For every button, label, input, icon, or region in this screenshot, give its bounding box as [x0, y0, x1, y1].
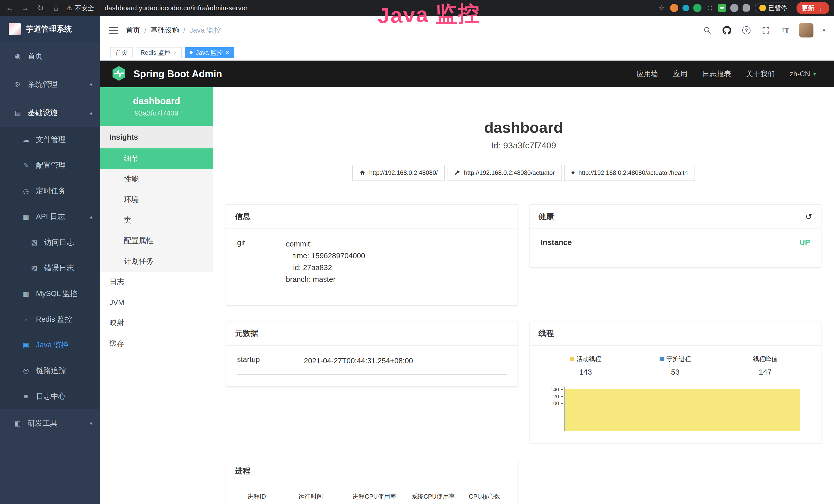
- main-region: 首页 / 基础设施 / Java 监控 ? TT ▾ 首页 Redis 监控 ×: [100, 16, 834, 504]
- breadcrumb-home[interactable]: 首页: [126, 25, 140, 35]
- sidebar-item-system-management[interactable]: ⚙ 系统管理 ▾: [0, 70, 100, 98]
- sba-header: Spring Boot Admin 应用墙 应用 日志报表 关于我们 zh-CN…: [100, 61, 834, 87]
- sidebar-item-label: API 日志: [36, 211, 65, 222]
- layers-icon: ▫: [22, 316, 30, 323]
- chevron-down-icon[interactable]: ▾: [823, 27, 825, 33]
- dashboard-icon: ◉: [13, 52, 22, 60]
- warning-icon: ⚠: [66, 4, 72, 12]
- close-icon[interactable]: ×: [226, 50, 229, 55]
- sidebar-item-access-logs[interactable]: ▧ 访问日志: [0, 230, 100, 255]
- sba-menu-environment[interactable]: 环境: [100, 189, 213, 210]
- instance-link-actuator[interactable]: http://192.168.0.2:48080/actuator: [447, 165, 562, 181]
- extension-icon[interactable]: [682, 5, 689, 11]
- extension-icon[interactable]: on: [718, 4, 726, 12]
- sidebar-item-link-tracing[interactable]: ◎ 链路追踪: [0, 358, 100, 384]
- metadata-row: startup 2021-04-27T00:44:31.254+08:00: [237, 355, 507, 374]
- locale-label: zh-CN: [790, 70, 810, 78]
- sba-menu-mappings[interactable]: 映射: [100, 313, 213, 333]
- paused-label: 已暂停: [768, 4, 787, 12]
- home-icon[interactable]: ⌂: [51, 4, 61, 12]
- tab-java-monitor[interactable]: Java 监控 ×: [185, 47, 234, 58]
- sidebar-item-log-center[interactable]: ≡ 日志中心: [0, 384, 100, 409]
- sba-nav-about[interactable]: 关于我们: [746, 69, 775, 79]
- legend-value: 53: [630, 368, 720, 376]
- sba-nav-applications[interactable]: 应用: [673, 69, 687, 79]
- sidebar-item-label: 日志中心: [36, 391, 66, 402]
- bookmark-star-icon[interactable]: ☆: [658, 4, 665, 13]
- sba-menu-beans[interactable]: 类: [100, 210, 213, 231]
- extensions-row: ∷ on: [670, 4, 750, 12]
- extension-icon[interactable]: [670, 4, 678, 12]
- menu-kebab-icon[interactable]: ⋮: [817, 4, 824, 12]
- sidebar-item-error-logs[interactable]: ▨ 错误日志: [0, 255, 100, 281]
- extension-icon[interactable]: [730, 4, 739, 12]
- legend-label: 线程峰值: [753, 355, 777, 363]
- sba-menu-details[interactable]: 细节: [100, 148, 213, 169]
- process-col-process-cpu: 进程CPU使用率 0.04: [345, 492, 404, 504]
- sidebar-item-dev-tools[interactable]: ◧ 研发工具 ▾: [0, 409, 100, 437]
- fullscreen-icon[interactable]: [760, 24, 772, 36]
- site-security-chip[interactable]: ⚠ 不安全: [66, 4, 94, 12]
- hamburger-icon[interactable]: [109, 27, 118, 34]
- extensions-puzzle-icon[interactable]: [743, 4, 750, 12]
- reload-icon[interactable]: ↻: [36, 4, 46, 13]
- instance-link-root[interactable]: http://192.168.0.2:48080/: [352, 165, 445, 181]
- font-size-icon[interactable]: TT: [780, 24, 791, 36]
- instance-links: http://192.168.0.2:48080/ http://192.168…: [213, 165, 834, 181]
- instance-link-health[interactable]: ♥ http://192.168.0.2:48080/actuator/heal…: [564, 165, 695, 181]
- breadcrumb-separator: /: [183, 26, 185, 35]
- help-icon[interactable]: ?: [741, 24, 752, 36]
- forward-icon[interactable]: →: [20, 4, 30, 12]
- close-icon[interactable]: ×: [173, 50, 177, 55]
- tab-home[interactable]: 首页: [110, 47, 133, 58]
- legend-label: 守护进程: [666, 355, 691, 363]
- sba-instance-header[interactable]: dashboard 93a3fc7f7409: [100, 87, 213, 126]
- link-url: http://192.168.0.2:48080/actuator: [464, 169, 555, 176]
- sba-menu-scheduled-tasks[interactable]: 计划任务: [100, 251, 213, 272]
- github-icon[interactable]: [721, 24, 733, 36]
- sidebar-item-redis-monitor[interactable]: ▫ Redis 监控: [0, 306, 100, 332]
- process-table: 进程ID 5261 运行时间 6d 23h 15m 59s 进程CPU使用率 0…: [237, 492, 507, 504]
- back-icon[interactable]: ←: [5, 4, 15, 12]
- sba-menu-metrics[interactable]: 性能: [100, 169, 213, 189]
- sidebar-item-config-management[interactable]: ✎ 配置管理: [0, 153, 100, 178]
- sba-nav-wall[interactable]: 应用墙: [637, 69, 658, 79]
- chevron-down-icon: ▾: [90, 82, 92, 88]
- sba-menu-caches[interactable]: 缓存: [100, 333, 213, 354]
- sidebar-item-api-logs[interactable]: ▦ API 日志 ▴: [0, 204, 100, 230]
- process-col-system-cpu: 系统CPU使用率 0.07: [404, 492, 463, 504]
- timer-icon: ◷: [22, 187, 30, 195]
- instance-name: dashboard: [133, 96, 180, 107]
- sidebar-item-label: MySQL 监控: [36, 289, 78, 299]
- sba-menu-logging[interactable]: 日志: [100, 272, 213, 292]
- sidebar-item-file-management[interactable]: ☁ 文件管理: [0, 127, 100, 153]
- history-icon[interactable]: ↺: [805, 212, 812, 222]
- sidebar-item-infrastructure[interactable]: ▤ 基础设施 ▴: [0, 98, 100, 127]
- chevron-down-icon: ▾: [813, 71, 816, 77]
- sidebar-item-mysql-monitor[interactable]: ▥ MySQL 监控: [0, 281, 100, 306]
- extension-icon[interactable]: [693, 4, 701, 12]
- sba-menu-jvm[interactable]: JVM: [100, 292, 213, 313]
- address-url[interactable]: dashboard.yudao.iocoder.cn/infra/admin-s…: [105, 4, 248, 12]
- sidebar-item-home[interactable]: ◉ 首页: [0, 42, 100, 70]
- app-logo[interactable]: 芋道管理系统: [0, 16, 100, 42]
- profile-paused-badge[interactable]: 已暂停: [755, 3, 791, 13]
- sba-locale-select[interactable]: zh-CN ▾: [790, 70, 816, 78]
- process-col-uptime: 运行时间 6d 23h 15m 59s: [277, 492, 345, 504]
- tab-redis-monitor[interactable]: Redis 监控 ×: [136, 47, 182, 58]
- sba-menu-config-properties[interactable]: 配置属性: [100, 231, 213, 251]
- sidebar-item-scheduled-tasks[interactable]: ◷ 定时任务: [0, 178, 100, 204]
- user-avatar[interactable]: [799, 23, 813, 38]
- chrome-update-button[interactable]: 更新 ⋮: [796, 2, 829, 14]
- breadcrumb-infrastructure[interactable]: 基础设施: [151, 25, 179, 35]
- legend-peak-threads: 线程峰值 147: [720, 355, 810, 376]
- sidebar-item-label: Java 监控: [36, 340, 69, 350]
- extension-icon[interactable]: ∷: [706, 4, 714, 12]
- health-instance-row[interactable]: Instance UP: [541, 238, 810, 255]
- column-header: 系统CPU使用率: [404, 492, 463, 501]
- sba-nav-journal[interactable]: 日志报表: [702, 69, 731, 79]
- search-icon[interactable]: [701, 24, 713, 36]
- security-label: 不安全: [75, 4, 94, 12]
- sidebar-item-java-monitor[interactable]: ▣ Java 监控: [0, 332, 100, 358]
- database-icon: ▥: [22, 290, 30, 298]
